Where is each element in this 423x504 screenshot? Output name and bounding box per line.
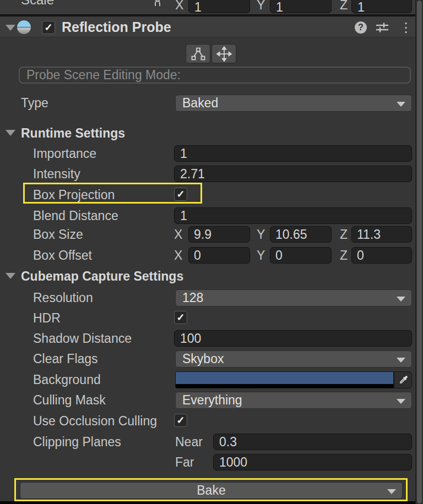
row-clipping-planes-near: Clipping Planes Near 0.3 [0,434,415,451]
culling-mask-value: Everything [182,393,242,407]
box-size-x-field[interactable]: 9.9 [188,226,250,243]
far-label[interactable]: Far [175,454,194,471]
box-size-z-axis-label[interactable]: Z [340,226,348,243]
check-icon: ✓ [176,312,185,323]
culling-mask-dropdown[interactable]: Everything [175,392,412,409]
cubemap-capture-settings-header[interactable]: Cubemap Capture Settings [21,269,183,283]
check-icon: ✓ [176,189,185,200]
box-offset-z-field[interactable]: 0 [351,247,412,264]
reflection-probe-inspector: Scale X 1 Y 1 Z 1 ✓ Reflection Probe ? ⋮ [0,0,423,504]
blend-distance-field[interactable]: 1 [174,207,412,224]
transform-scale-row: Scale X 1 Y 1 Z 1 [0,0,415,14]
clear-flags-label: Clear Flags [33,350,98,368]
scale-y-field[interactable]: 1 [270,0,332,13]
component-title: Reflection Probe [62,20,171,35]
reflection-probe-icon [17,20,31,34]
kebab-menu-icon[interactable]: ⋮ [399,20,413,35]
component-enabled-checkbox[interactable]: ✓ [42,21,55,34]
row-use-occlusion-culling: Use Occlusion Culling ✓ [0,413,415,430]
scale-x-axis-label[interactable]: X [175,0,183,13]
bottom-strip [0,501,415,504]
row-blend-distance: Blend Distance 1 [0,207,415,224]
type-label: Type [21,95,48,112]
box-size-y-field[interactable]: 10.65 [270,226,332,243]
box-size-x-axis-label[interactable]: X [174,226,182,243]
use-occlusion-culling-checkbox[interactable]: ✓ [174,414,187,427]
row-box-size: Box Size X 9.9 Y 10.65 Z 11.3 [0,226,415,243]
runtime-settings-header[interactable]: Runtime Settings [21,126,125,140]
box-size-y-axis-label[interactable]: Y [257,226,265,243]
probe-scene-editing-mode-hint: Probe Scene Editing Mode: [19,67,411,84]
importance-field[interactable]: 1 [174,145,412,162]
box-projection-label: Box Projection [33,187,115,204]
foldout-triangle-icon[interactable] [6,273,15,279]
box-offset-y-field[interactable]: 0 [270,247,332,264]
box-offset-x-field[interactable]: 0 [188,247,250,264]
edit-bounds-icon [191,47,206,61]
box-offset-z-axis-label[interactable]: Z [340,247,348,264]
presets-icon[interactable] [376,21,389,34]
chevron-down-icon [397,399,405,404]
move-arrows-icon [216,46,232,62]
near-label[interactable]: Near [175,434,203,451]
type-dropdown[interactable]: Baked [175,95,412,112]
resolution-dropdown[interactable]: 128 [175,289,412,306]
scale-label: Scale [21,0,54,8]
link-constrain-icon[interactable] [151,0,164,8]
blend-distance-label: Blend Distance [33,207,118,224]
hdr-checkbox[interactable]: ✓ [174,311,187,324]
intensity-label: Intensity [33,166,80,183]
eyedropper-icon [398,375,409,386]
edit-bounding-volume-button[interactable] [186,44,210,63]
intensity-field[interactable]: 2.71 [174,166,412,182]
row-background: Background [0,371,415,388]
background-color-swatch[interactable] [175,371,394,388]
vertical-scrollbar[interactable] [415,0,423,504]
box-size-z-field[interactable]: 11.3 [351,226,412,243]
bake-button-label: Bake [197,483,225,497]
box-offset-y-axis-label[interactable]: Y [257,247,265,264]
type-value: Baked [182,96,218,110]
box-projection-checkbox[interactable]: ✓ [174,188,187,201]
scale-x-field[interactable]: 1 [188,0,250,13]
row-culling-mask: Culling Mask Everything [0,392,415,409]
chevron-down-icon [397,297,405,302]
scale-y-axis-label[interactable]: Y [257,0,265,13]
check-icon: ✓ [44,22,52,33]
resolution-label: Resolution [33,289,93,306]
resolution-value: 128 [182,291,203,305]
chevron-down-icon [397,358,405,363]
row-box-projection: Box Projection ✓ [0,187,415,204]
far-field[interactable]: 1000 [213,454,412,470]
row-clear-flags: Clear Flags Skybox [0,350,415,368]
box-size-label: Box Size [33,226,83,243]
scrollbar-thumb[interactable] [417,1,422,503]
hdr-label: HDR [33,310,61,327]
row-hdr: HDR ✓ [0,310,415,327]
near-field[interactable]: 0.3 [213,434,412,450]
component-header: ✓ Reflection Probe ? ⋮ [0,17,415,37]
row-box-offset: Box Offset X 0 Y 0 Z 0 [0,247,415,264]
row-shadow-distance: Shadow Distance 100 [0,330,415,347]
help-icon[interactable]: ? [355,21,367,34]
bake-button[interactable]: Bake [20,482,403,499]
use-occlusion-culling-label: Use Occlusion Culling [33,413,157,430]
box-offset-x-axis-label[interactable]: X [174,247,182,264]
section-cubemap-capture-settings: Cubemap Capture Settings [0,269,415,286]
check-icon: ✓ [176,415,185,426]
eyedropper-button[interactable] [394,371,412,388]
row-intensity: Intensity 2.71 [0,166,415,183]
move-probe-origin-button[interactable] [212,44,236,63]
row-clipping-planes-far: Far 1000 [0,454,415,471]
row-importance: Importance 1 [0,145,415,162]
background-label: Background [33,371,101,388]
shadow-distance-label: Shadow Distance [33,330,132,347]
chevron-down-icon [397,102,405,107]
scale-z-axis-label[interactable]: Z [340,0,348,13]
shadow-distance-field[interactable]: 100 [174,330,412,347]
row-type: Type Baked [0,95,415,112]
foldout-triangle-icon[interactable] [6,130,15,136]
foldout-triangle-icon[interactable] [6,25,15,31]
scale-z-field[interactable]: 1 [351,0,412,13]
clear-flags-dropdown[interactable]: Skybox [175,350,412,368]
